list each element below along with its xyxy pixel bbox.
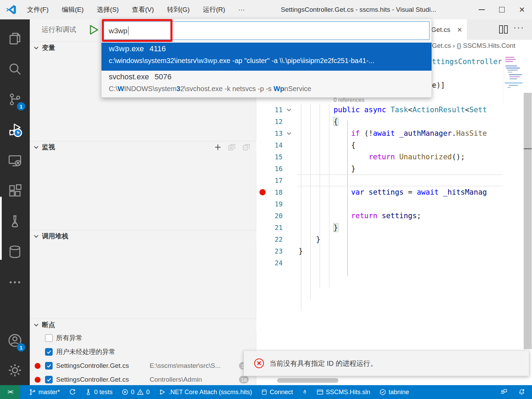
statusbar-feedback[interactable]: [500, 389, 508, 396]
code-line-22: 22}: [256, 233, 524, 245]
line-number: 17: [256, 175, 283, 186]
minimap[interactable]: [503, 55, 524, 104]
statusbar-0-tests[interactable]: 0 tests: [85, 389, 113, 396]
statusbar-bell[interactable]: [518, 389, 525, 396]
statusbar-master[interactable]: master*: [29, 389, 60, 396]
fold-chevron-icon[interactable]: [287, 108, 291, 112]
tabnine-icon: [379, 389, 386, 396]
activity-remote-explorer-icon[interactable]: [0, 145, 30, 175]
chevron-down-icon: [34, 323, 38, 327]
code-line-16: 16}: [256, 163, 524, 175]
split-editor-icon[interactable]: [499, 25, 508, 34]
sidebar-title: 运行和调试: [42, 25, 76, 34]
activity-accounts-icon[interactable]: 1: [0, 326, 30, 355]
code-line-15: 15return Unauthorized();: [256, 151, 524, 163]
line-badge: 18: [239, 376, 249, 383]
checkbox[interactable]: [45, 362, 53, 370]
activity-run-and-debug-icon[interactable]: [0, 115, 30, 145]
breakpoint-dot: [35, 363, 41, 369]
fold-chevron-icon[interactable]: [287, 132, 291, 135]
code-fragment-1: e)]: [432, 81, 445, 89]
editor-horizontal-scrollbar[interactable]: [277, 378, 338, 383]
feedback-icon: [500, 389, 508, 396]
line-number: 20: [256, 210, 283, 222]
statusbar-net-core-attach-sscms-hits[interactable]: .NET Core Attach (sscms.hits): [159, 389, 252, 396]
statusbar-sscms-hits-sln[interactable]: SSCMS.Hits.sln: [317, 389, 370, 396]
statusbar-0[interactable]: 00: [122, 389, 150, 396]
section-callstack[interactable]: 调用堆栈: [30, 230, 256, 242]
section-breakpoints[interactable]: 断点: [30, 319, 256, 331]
notification-message: 当前没有具有指定 ID 的进程运行。: [269, 359, 377, 368]
activity-source-control-icon[interactable]: 1: [0, 85, 30, 114]
line-number: 18: [256, 186, 283, 198]
statusbar-tabnine[interactable]: tabnine: [379, 389, 409, 396]
start-debug-button[interactable]: [89, 24, 99, 35]
collapse-all-icon[interactable]: [242, 143, 251, 151]
activity-explorer-icon[interactable]: [0, 24, 30, 53]
code-line-19: 19: [256, 198, 524, 210]
overview-ruler-marker: [524, 148, 532, 149]
maximize-button[interactable]: [492, 0, 512, 19]
checkbox[interactable]: [45, 334, 53, 342]
checkbox[interactable]: [45, 348, 53, 356]
line-number: 22: [256, 233, 283, 245]
activity-testing-icon[interactable]: [0, 206, 30, 236]
title-bar: 文件(F)编辑(E)选择(S)查看(V)转到(G)运行(R)··· Settin…: [0, 0, 532, 19]
activity-database-icon[interactable]: [0, 237, 30, 267]
statusbar-sync[interactable]: [69, 389, 76, 396]
chevron-down-icon: [34, 146, 38, 149]
bp-file-1[interactable]: SettingsController.Get.csE:\sscms\master…: [30, 360, 256, 372]
code-fragment-0: ttingsController: [432, 57, 502, 66]
menu-0[interactable]: 文件(F): [27, 5, 48, 14]
annotation-highlight-box: [102, 19, 172, 42]
breakpoint-dot: [35, 377, 41, 383]
close-button[interactable]: ×: [512, 0, 532, 19]
line-number: 14: [256, 139, 283, 151]
branch-icon: [29, 389, 36, 396]
tab-close-icon[interactable]: ×: [457, 25, 462, 35]
activity-extensions-icon[interactable]: [0, 176, 30, 206]
code-line-20: 20return settings;: [256, 210, 524, 222]
chevron-down-icon: [34, 46, 38, 50]
activity-more-views-icon[interactable]: [0, 267, 30, 297]
warning-icon: [137, 389, 144, 396]
flame-icon: [302, 389, 308, 396]
menu-4[interactable]: 转到(G): [167, 5, 189, 14]
process-item-1[interactable]: svchost.exe5076 C:\WINDOWS\system32\svch…: [101, 71, 432, 99]
menu-1[interactable]: 编辑(E): [62, 5, 83, 14]
line-number: 19: [256, 198, 283, 210]
activity-settings-icon[interactable]: [0, 355, 30, 385]
remote-indicator[interactable]: ><: [0, 385, 20, 399]
bp-file-2[interactable]: SettingsController.Get.csControllers\Adm…: [30, 373, 256, 386]
code-line-11: 11public async Task<ActionResult<Sett: [256, 104, 524, 116]
menu-2[interactable]: 选择(S): [97, 5, 119, 14]
add-expression-icon[interactable]: [214, 143, 222, 151]
code-line-14: 14{: [256, 139, 524, 151]
line-number: 24: [256, 257, 283, 269]
folder-icon: [317, 389, 323, 396]
bp-user-unhandled[interactable]: 用户未经处理的异常: [30, 346, 256, 358]
code-line-23: 23}: [256, 245, 524, 257]
editor-vertical-scrollbar[interactable]: [524, 93, 532, 349]
menu-3[interactable]: 查看(V): [132, 5, 154, 14]
checkbox[interactable]: [45, 376, 53, 383]
code-line-13: 13if (!await _authManager.HasSite: [256, 127, 524, 139]
minimize-button[interactable]: [472, 0, 492, 19]
bp-all-exceptions[interactable]: 所有异常: [30, 332, 256, 344]
code-line-21: 21}: [256, 222, 524, 233]
editor-more-actions-icon[interactable]: ···: [513, 22, 524, 33]
section-watch[interactable]: 监视: [30, 141, 256, 153]
line-number: 12: [256, 116, 283, 127]
statusbar-flame[interactable]: [302, 389, 308, 396]
chevron-down-icon: [34, 235, 38, 238]
bell-icon: [518, 389, 525, 396]
menu-5[interactable]: 运行(R): [203, 5, 225, 14]
remove-all-expressions-icon[interactable]: [228, 143, 236, 151]
activity-search-icon[interactable]: [0, 54, 30, 84]
current-line-highlight: [297, 175, 503, 186]
process-item-0[interactable]: w3wp.exe4116 c:\windows\system32\inetsrv…: [101, 43, 432, 71]
statusbar-connect[interactable]: Connect: [261, 389, 293, 396]
code-line-24: 24: [256, 257, 524, 269]
menu-6[interactable]: ···: [238, 6, 245, 14]
status-bar: >< master*0 tests00.NET Core Attach (ssc…: [0, 385, 532, 399]
